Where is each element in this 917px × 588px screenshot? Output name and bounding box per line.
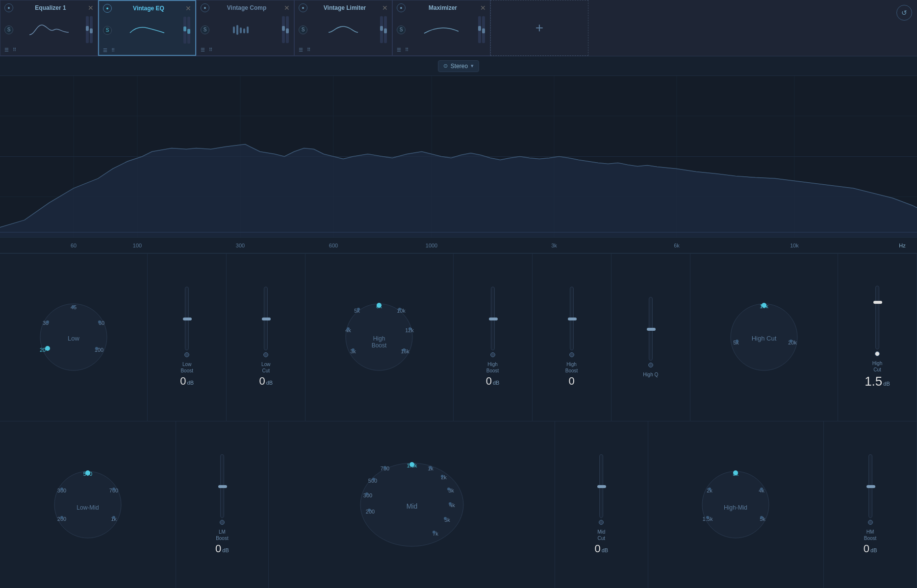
svg-point-83 [368, 509, 371, 512]
lm-boost-unit: dB [222, 547, 229, 553]
plugin-name-eq1: Equalizer 1 [35, 4, 66, 11]
freq-tick-10k: 10k [790, 243, 799, 248]
plugin-slot-max[interactable]: ● Maximizer ✕ S ☰ ⠿ [392, 0, 490, 56]
low-mid-knob[interactable]: 300 200 700 1k 500 Low-Mid [51, 468, 125, 541]
high-boost-dot2[interactable] [569, 352, 574, 357]
plugin-slot-vlim[interactable]: ● Vintage Limiter ✕ S ☰ ⠿ [294, 0, 392, 56]
plugin-slot-vcomp[interactable]: ● Vintage Comp ✕ S ☰ ⠿ [196, 0, 294, 56]
svg-rect-3 [243, 28, 245, 33]
mid-knob[interactable]: 700 500 300 200 1k 2k 3k 4k 5k 7k 1.5k [358, 461, 466, 549]
plugin-close-veq[interactable]: ✕ [185, 5, 191, 12]
high-boost-value1: 0 [486, 375, 492, 388]
lm-boost-dot[interactable] [220, 520, 225, 525]
svg-rect-2 [240, 27, 242, 33]
mid-cut-dot[interactable] [599, 520, 604, 525]
high-q-dot[interactable] [648, 363, 653, 368]
plugin-power-vcomp[interactable]: ● [201, 3, 209, 12]
high-mid-knob-container: 2k 1.5k 4k 5k 3k High-Mid [699, 468, 772, 541]
high-cut-label: HighCut [865, 360, 890, 373]
high-boost-thumb1[interactable] [489, 318, 498, 320]
svg-point-65 [112, 516, 115, 519]
svg-point-40 [357, 308, 360, 311]
add-plugin-slot[interactable]: + [490, 0, 588, 56]
lm-boost-fader[interactable]: LMBoost 0 dB [215, 454, 229, 555]
mid-cut-thumb[interactable] [597, 485, 606, 488]
high-q-fader[interactable]: High Q [643, 297, 658, 378]
stereo-selector[interactable]: ⊙ Stereo ▾ [438, 60, 479, 72]
high-q-label: High Q [643, 371, 658, 378]
plugin-s-max[interactable]: S [397, 25, 406, 34]
eq-cell-high-q: High Q [611, 254, 690, 421]
high-q-thumb[interactable] [647, 328, 656, 331]
plugin-grid-icon-vcomp: ⠿ [209, 47, 212, 52]
plugin-power-veq[interactable]: ● [103, 4, 112, 13]
freq-tick-100: 100 [133, 243, 142, 248]
freq-tick-hz: Hz [899, 243, 905, 248]
spectrum-svg [0, 76, 917, 237]
plugin-s-vcomp[interactable]: S [201, 25, 209, 34]
hm-boost-thumb[interactable] [866, 485, 875, 488]
eq-cell-low-mid: 300 200 700 1k 500 Low-Mid [0, 421, 176, 588]
plugin-close-max[interactable]: ✕ [480, 4, 486, 11]
low-knob[interactable]: 45 30 60 100 20 Low [37, 300, 110, 374]
low-boost-dot[interactable] [184, 352, 189, 357]
high-boost-dot1[interactable] [490, 352, 495, 357]
high-boost-track2 [570, 287, 574, 350]
high-boost-unit1: dB [493, 380, 499, 386]
plugin-s-vlim[interactable]: S [299, 25, 307, 34]
high-cut-fader[interactable]: HighCut 1.5 dB [865, 286, 890, 389]
plugin-close-eq1[interactable]: ✕ [88, 4, 94, 11]
plugin-power-max[interactable]: ● [397, 3, 406, 12]
high-boost-thumb2[interactable] [568, 318, 577, 320]
high-boost1-knob[interactable]: 5k 4k 3k 8k 10k 12k 16k H [342, 300, 416, 374]
high-cut-knob[interactable]: 5k 20k 10k High Cut [727, 300, 801, 374]
plugin-grid-icon-max: ⠿ [405, 47, 408, 52]
svg-point-86 [447, 488, 450, 490]
plugin-close-vlim[interactable]: ✕ [382, 4, 388, 11]
low-cut-fader[interactable]: LowCut 0 dB [259, 287, 273, 388]
mid-cut-fader[interactable]: MidCut 0 dB [594, 454, 608, 555]
eq-cell-high-cut: 5k 20k 10k High Cut [690, 254, 838, 421]
plugin-slot-veq[interactable]: ● Vintage EQ ✕ S ☰ ⠿ [98, 0, 196, 56]
hm-boost-dot[interactable] [868, 520, 873, 525]
eq-cell-lm-boost: LMBoost 0 dB [176, 421, 269, 588]
low-boost-fader[interactable]: LowBoost 0 dB [180, 287, 194, 388]
hm-boost-unit: dB [870, 547, 877, 553]
eq-cell-mid-cut: MidCut 0 dB [555, 421, 648, 588]
high-mid-knob[interactable]: 2k 1.5k 4k 5k 3k High-Mid [699, 468, 772, 541]
high-cut-thumb[interactable] [873, 301, 882, 304]
plugin-s-veq[interactable]: S [103, 26, 112, 35]
plugin-power-vlim[interactable]: ● [299, 3, 307, 12]
plugin-grid-icon-vlim: ⠿ [307, 47, 310, 52]
plugin-close-vcomp[interactable]: ✕ [284, 4, 290, 11]
plugin-s-eq1[interactable]: S [4, 25, 13, 34]
svg-point-64 [112, 488, 115, 490]
freq-tick-6k: 6k [674, 243, 680, 248]
stereo-link-icon: ⊙ [443, 63, 448, 69]
svg-point-53 [790, 340, 792, 343]
hm-boost-fader[interactable]: HMBoost 0 dB [864, 454, 877, 555]
svg-point-82 [365, 492, 368, 495]
svg-text:High Cut: High Cut [752, 335, 777, 342]
high-boost-fader1[interactable]: HighBoost 0 dB [486, 287, 500, 388]
low-boost-thumb[interactable] [183, 318, 192, 320]
high-cut-dot[interactable] [875, 351, 880, 356]
plugin-list-icon-eq1: ☰ [4, 47, 9, 52]
reset-button[interactable]: ↺ [896, 5, 912, 21]
svg-point-85 [441, 475, 444, 478]
plugin-slot-eq1[interactable]: ● Equalizer 1 ✕ S ☰ ⠿ [0, 0, 98, 56]
high-boost-fader2[interactable]: HighBoost 0 [565, 287, 578, 388]
high-boost-value2: 0 [568, 375, 574, 388]
svg-point-87 [449, 502, 452, 505]
hm-boost-track [868, 454, 872, 518]
high-q-track [649, 297, 653, 361]
plugin-power-eq1[interactable]: ● [4, 3, 13, 12]
low-cut-thumb[interactable] [262, 318, 271, 320]
low-knob-container: 45 30 60 100 20 Low [37, 300, 110, 374]
eq-cell-mid: 700 500 300 200 1k 2k 3k 4k 5k 7k 1.5k [269, 421, 555, 588]
svg-point-43 [398, 308, 401, 311]
low-cut-dot[interactable] [263, 352, 268, 357]
svg-point-24 [45, 346, 50, 351]
low-boost-track [185, 287, 189, 350]
lm-boost-thumb[interactable] [218, 485, 227, 488]
